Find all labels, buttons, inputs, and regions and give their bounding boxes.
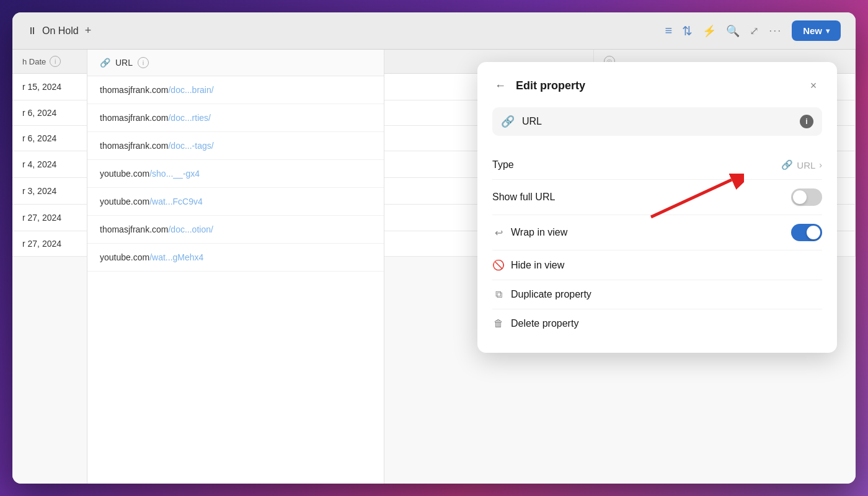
search-icon[interactable]: 🔍 (726, 24, 740, 38)
date-column-label: h Date (22, 57, 46, 66)
app-window: ⏸ On Hold + ≡ ⇅ ⚡ 🔍 ⤢ ··· New ▾ (12, 12, 856, 484)
hide-in-view-row[interactable]: 🚫 Hide in view (492, 250, 822, 280)
url-row-1: thomasjfrank.com/doc...brain/ (87, 76, 384, 104)
url-panel-link-icon: 🔗 (100, 58, 110, 68)
url-path-1: /doc...brain/ (168, 85, 213, 95)
url-base-6: thomasjfrank.com (100, 224, 168, 234)
url-path-3: /doc...-tags/ (168, 141, 213, 151)
toolbar: ⏸ On Hold + ≡ ⇅ ⚡ 🔍 ⤢ ··· New ▾ (12, 12, 856, 50)
url-row-3: thomasjfrank.com/doc...-tags/ (87, 132, 384, 160)
toolbar-title: ⏸ On Hold (27, 25, 79, 37)
url-column-panel: 🔗 URL i thomasjfrank.com/doc...brain/ th… (87, 50, 384, 484)
wrap-in-view-label-group: ↩ Wrap in view (492, 227, 567, 239)
wrap-in-view-slider (791, 224, 822, 241)
hide-in-view-label-group: 🚫 Hide in view (492, 259, 564, 271)
expand-icon[interactable]: ⤢ (750, 24, 759, 38)
main-content: h Date i 🔗 URL i (12, 50, 856, 484)
url-panel-header: 🔗 URL i (87, 50, 384, 76)
add-view-button[interactable]: + (85, 24, 92, 37)
edit-panel-header-left: ← Edit property (492, 77, 585, 95)
type-link-icon: 🔗 (781, 159, 793, 170)
type-label: Type (492, 159, 514, 170)
wrap-in-view-toggle[interactable] (791, 224, 822, 241)
property-info-icon[interactable]: i (800, 115, 813, 128)
hide-icon: 🚫 (492, 259, 505, 271)
url-panel-info-icon[interactable]: i (138, 57, 149, 68)
duplicate-property-row[interactable]: ⧉ Duplicate property (492, 280, 822, 309)
edit-panel-header: ← Edit property × (492, 77, 822, 95)
date-info-icon[interactable]: i (50, 56, 61, 67)
url-row-2: thomasjfrank.com/doc...rties/ (87, 104, 384, 132)
edit-property-panel: ← Edit property × 🔗 i Type 🔗 URL › (477, 62, 837, 353)
url-base-7: youtube.com (100, 252, 149, 262)
hide-in-view-label: Hide in view (511, 260, 564, 271)
show-full-url-label: Show full URL (492, 192, 555, 203)
new-button[interactable]: New ▾ (792, 20, 841, 41)
type-value: 🔗 URL › (781, 159, 822, 170)
url-path-7: /wat...gMehx4 (149, 252, 203, 262)
url-base-4: youtube.com (100, 169, 149, 179)
wrap-icon: ↩ (492, 227, 505, 239)
property-name-row: 🔗 i (492, 107, 822, 136)
url-base-3: thomasjfrank.com (100, 141, 168, 151)
duplicate-label-group: ⧉ Duplicate property (492, 289, 591, 300)
filter-icon[interactable]: ≡ (665, 24, 672, 38)
url-base-2: thomasjfrank.com (100, 113, 168, 123)
close-button[interactable]: × (805, 78, 822, 95)
duplicate-icon: ⧉ (492, 289, 505, 300)
delete-label: Delete property (511, 318, 578, 329)
board-title: On Hold (42, 25, 79, 37)
wrap-in-view-row: ↩ Wrap in view (492, 215, 822, 250)
toolbar-left: ⏸ On Hold + (27, 24, 91, 37)
url-path-4: /sho...__-gx4 (149, 169, 200, 179)
url-base-1: thomasjfrank.com (100, 85, 168, 95)
delete-property-row[interactable]: 🗑 Delete property (492, 309, 822, 338)
pause-icon: ⏸ (27, 25, 37, 37)
url-row-7: youtube.com/wat...gMehx4 (87, 244, 384, 272)
url-path-5: /wat...FcC9v4 (149, 197, 203, 206)
url-row-4: youtube.com/sho...__-gx4 (87, 160, 384, 188)
type-value-text: URL (797, 160, 815, 170)
show-full-url-row: Show full URL (492, 180, 822, 215)
url-row-5: youtube.com/wat...FcC9v4 (87, 188, 384, 216)
new-button-label: New (803, 25, 822, 36)
url-row-6: thomasjfrank.com/doc...otion/ (87, 216, 384, 244)
sort-icon[interactable]: ⇅ (682, 24, 693, 38)
property-link-icon: 🔗 (501, 115, 515, 128)
more-icon[interactable]: ··· (769, 24, 782, 37)
type-chevron-icon: › (819, 160, 822, 170)
show-full-url-slider (791, 188, 822, 206)
wrap-in-view-label: Wrap in view (511, 227, 567, 238)
property-name-input[interactable] (522, 116, 792, 127)
duplicate-label: Duplicate property (511, 289, 591, 300)
new-button-chevron: ▾ (826, 27, 830, 35)
url-path-6: /doc...otion/ (168, 224, 213, 234)
lightning-icon[interactable]: ⚡ (702, 24, 716, 38)
url-path-2: /doc...rties/ (168, 113, 210, 123)
trash-icon: 🗑 (492, 318, 505, 329)
type-row[interactable]: Type 🔗 URL › (492, 151, 822, 180)
back-button[interactable]: ← (492, 77, 508, 95)
delete-label-group: 🗑 Delete property (492, 318, 578, 329)
url-base-5: youtube.com (100, 197, 149, 206)
toolbar-right: ≡ ⇅ ⚡ 🔍 ⤢ ··· New ▾ (665, 20, 841, 41)
url-panel-title: URL (115, 58, 133, 68)
show-full-url-toggle[interactable] (791, 188, 822, 206)
edit-panel-title: Edit property (516, 79, 585, 92)
